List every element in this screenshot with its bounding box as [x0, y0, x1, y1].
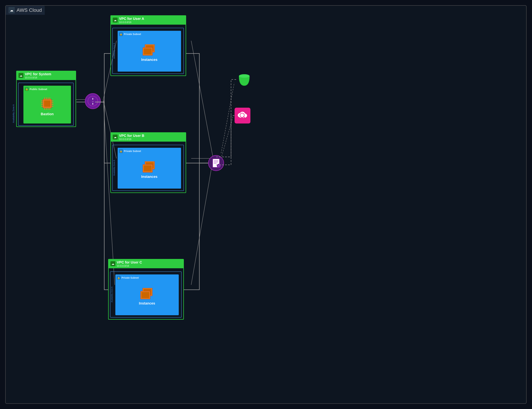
az-user-a-wrapper: Availability Zone A 🔒 Private Subnet — [112, 28, 184, 74]
svg-text:☁: ☁ — [19, 74, 22, 77]
vpc-user-a: ☁ VPC for User A 10.0.0.0/16 Availabilit… — [110, 15, 186, 76]
vpc-user-b-title: VPC for User B — [119, 134, 144, 138]
endpoint-circle: ≡ — [208, 155, 224, 171]
vpc-user-b-icon: ☁ — [113, 135, 118, 139]
connection-lines — [6, 6, 526, 403]
svg-text:☁: ☁ — [114, 19, 117, 22]
az-user-b-wrapper: Availability Zone A 🔒 Private Subnet — [112, 145, 184, 191]
instances-c-container: Instances — [115, 274, 179, 315]
vpc-user-c: ☁ VPC for User C 10.0.0.0/16 Availabilit… — [108, 259, 184, 320]
svg-text:☁: ☁ — [112, 262, 114, 265]
public-subnet-text: Public Subnet — [29, 88, 47, 91]
svg-line-8 — [191, 158, 213, 285]
cloudsearch-icon — [237, 110, 248, 121]
private-subnet-b-box: 🔒 Private Subnet Instances — [118, 148, 181, 189]
aws-cloud-label: AWS Cloud — [17, 7, 42, 13]
bastion-label: Bastion — [41, 112, 54, 116]
vpc-system-title: VPC for System — [25, 72, 51, 76]
instances-a-container: Instances — [118, 31, 181, 72]
instances-c-label: Instances — [139, 301, 155, 305]
vpc-user-a-title: VPC for User A — [119, 17, 144, 21]
vpc-system-cidr: 10.0.0.0/16 — [25, 76, 51, 79]
lock-icon-a: 🔒 — [119, 32, 123, 36]
instances-b-container: Instances — [118, 148, 181, 189]
instances-c-icon — [139, 288, 155, 300]
vpc-system-header: ☁ VPC for System 10.0.0.0/16 — [16, 71, 76, 80]
svg-text:🔒: 🔒 — [120, 150, 123, 153]
s3-icon — [237, 73, 251, 87]
svg-rect-44 — [144, 48, 152, 55]
svg-rect-60 — [142, 292, 149, 298]
svg-rect-52 — [144, 165, 152, 172]
az-system-label: Availability Zone A — [12, 104, 15, 123]
aws-cloud-header: ☁ AWS Cloud — [6, 6, 45, 15]
bastion-icon-container: Bastion — [23, 86, 71, 124]
private-subnet-a-label: 🔒 Private Subnet — [119, 32, 141, 36]
cloud-icon: ☁ — [9, 7, 15, 13]
overlay-connections — [6, 6, 526, 403]
private-subnet-a-box: 🔒 Private Subnet Instances — [118, 31, 181, 72]
svg-text:⬇: ⬇ — [92, 102, 94, 105]
aws-cloud-container: ☁ AWS Cloud ☁ VPC for System 10.0.0.0 — [5, 5, 527, 404]
instances-a-icon — [142, 44, 157, 57]
instances-a-label: Instances — [141, 58, 157, 62]
chip-icon — [40, 97, 54, 111]
private-subnet-c-label: 🔒 Private Subnet — [117, 276, 139, 280]
az-user-a-label: Availability Zone A — [113, 43, 115, 59]
public-subnet-label: 🔒 Public Subnet — [25, 87, 47, 91]
svg-line-9 — [221, 83, 234, 153]
vpc-system-icon: ☁ — [19, 73, 23, 78]
lock-icon-system: 🔒 — [25, 87, 29, 91]
svg-text:🔒: 🔒 — [25, 88, 28, 91]
vpc-user-c-title: VPC for User C — [117, 260, 142, 264]
az-user-c-label: Availability Zone A — [111, 287, 113, 302]
private-subnet-c-text: Private Subnet — [122, 276, 139, 279]
private-subnet-b-label: 🔒 Private Subnet — [119, 149, 141, 153]
igw-icon: ⬆ ↔ ⬇ — [87, 96, 98, 106]
s3-bucket — [236, 72, 252, 88]
cloudsearch — [235, 108, 250, 124]
private-subnet-c-box: 🔒 Private Subnet Instances — [115, 274, 179, 315]
az-system-wrapper: Availability Zone A 🔒 Public Subnet — [18, 83, 74, 126]
vpc-system: ☁ VPC for System 10.0.0.0/16 Availabilit… — [16, 71, 76, 127]
svg-text:🔒: 🔒 — [117, 276, 120, 279]
az-user-b-label: Availability Zone A — [113, 160, 115, 176]
instances-b-label: Instances — [141, 175, 157, 179]
vpc-user-b-cidr: 10.0.0.0/16 — [119, 138, 144, 141]
svg-point-68 — [239, 74, 249, 78]
lock-icon-b: 🔒 — [119, 149, 123, 153]
svg-rect-16 — [44, 100, 50, 107]
svg-line-10 — [221, 115, 233, 158]
endpoint-icon: ≡ — [211, 158, 221, 168]
lock-icon-c: 🔒 — [117, 276, 121, 280]
vpc-user-a-header: ☁ VPC for User A 10.0.0.0/16 — [111, 16, 186, 25]
svg-line-6 — [191, 41, 213, 158]
internet-gateway: ⬆ ↔ ⬇ — [85, 93, 101, 109]
private-subnet-b-text: Private Subnet — [124, 150, 141, 153]
vpc-user-c-cidr: 10.0.0.0/16 — [117, 264, 142, 267]
instances-b-icon — [142, 161, 157, 174]
private-subnet-a-text: Private Subnet — [124, 33, 141, 36]
vpc-user-c-icon: ☁ — [110, 261, 115, 266]
vpc-user-a-cidr: 10.0.0.0/16 — [119, 21, 144, 24]
vpc-user-c-header: ☁ VPC for User C 10.0.0.0/16 — [108, 259, 184, 268]
svg-text:☁: ☁ — [114, 136, 117, 139]
public-subnet-box: 🔒 Public Subnet — [23, 86, 71, 124]
svg-text:🔒: 🔒 — [120, 33, 123, 36]
vpc-user-b: ☁ VPC for User B 10.0.0.0/16 Availabilit… — [110, 132, 186, 193]
svg-text:☁: ☁ — [10, 8, 13, 12]
vpc-user-a-icon: ☁ — [113, 18, 118, 23]
vpc-user-b-header: ☁ VPC for User B 10.0.0.0/16 — [111, 132, 186, 142]
az-user-c-wrapper: Availability Zone A 🔒 Private Subnet — [110, 272, 181, 318]
svg-text:≡: ≡ — [218, 165, 219, 167]
